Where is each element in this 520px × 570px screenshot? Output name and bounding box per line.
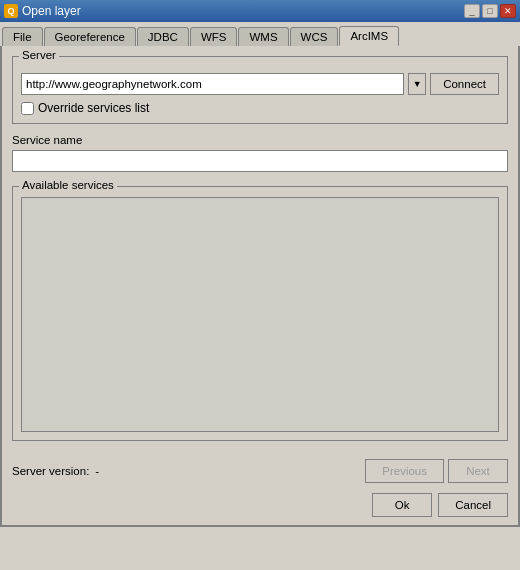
override-services-label: Override services list bbox=[38, 101, 149, 115]
override-services-row: Override services list bbox=[21, 101, 499, 115]
previous-button[interactable]: Previous bbox=[365, 459, 444, 483]
server-group: Server ▼ Connect Override services list bbox=[12, 56, 508, 124]
server-legend: Server bbox=[19, 49, 59, 61]
window-title: Open layer bbox=[22, 4, 81, 18]
service-name-section: Service name bbox=[12, 134, 508, 182]
maximize-button[interactable]: □ bbox=[482, 4, 498, 18]
next-button[interactable]: Next bbox=[448, 459, 508, 483]
server-url-input[interactable] bbox=[21, 73, 404, 95]
tab-wfs[interactable]: WFS bbox=[190, 27, 238, 46]
close-button[interactable]: ✕ bbox=[500, 4, 516, 18]
server-url-row: ▼ Connect bbox=[21, 73, 499, 95]
nav-buttons: Previous Next bbox=[365, 459, 508, 483]
connect-button[interactable]: Connect bbox=[430, 73, 499, 95]
minimize-button[interactable]: _ bbox=[464, 4, 480, 18]
titlebar: Q Open layer _ □ ✕ bbox=[0, 0, 520, 22]
service-name-input[interactable] bbox=[12, 150, 508, 172]
server-version-label: Server version: bbox=[12, 465, 89, 477]
service-name-label: Service name bbox=[12, 134, 508, 146]
server-url-dropdown-button[interactable]: ▼ bbox=[408, 73, 426, 95]
tab-wcs[interactable]: WCS bbox=[290, 27, 339, 46]
tab-arcims[interactable]: ArcIMS bbox=[339, 26, 399, 46]
tab-georeference[interactable]: Georeference bbox=[44, 27, 136, 46]
tab-bar: File Georeference JDBC WFS WMS WCS ArcIM… bbox=[0, 22, 520, 46]
available-services-group: Available services bbox=[12, 186, 508, 441]
available-services-legend: Available services bbox=[19, 179, 117, 191]
server-version-section: Server version: - bbox=[12, 465, 99, 477]
ok-button[interactable]: Ok bbox=[372, 493, 432, 517]
cancel-button[interactable]: Cancel bbox=[438, 493, 508, 517]
app-icon-letter: Q bbox=[7, 6, 14, 16]
tab-jdbc[interactable]: JDBC bbox=[137, 27, 189, 46]
override-services-checkbox[interactable] bbox=[21, 102, 34, 115]
tab-wms[interactable]: WMS bbox=[238, 27, 288, 46]
available-services-list[interactable] bbox=[21, 197, 499, 432]
dialog-body: Server ▼ Connect Override services list … bbox=[0, 46, 520, 527]
footer: Ok Cancel bbox=[2, 489, 518, 525]
window-controls: _ □ ✕ bbox=[464, 4, 516, 18]
tab-file[interactable]: File bbox=[2, 27, 43, 46]
app-icon: Q bbox=[4, 4, 18, 18]
server-version-value: - bbox=[95, 465, 99, 477]
bottom-bar: Server version: - Previous Next bbox=[2, 451, 518, 489]
